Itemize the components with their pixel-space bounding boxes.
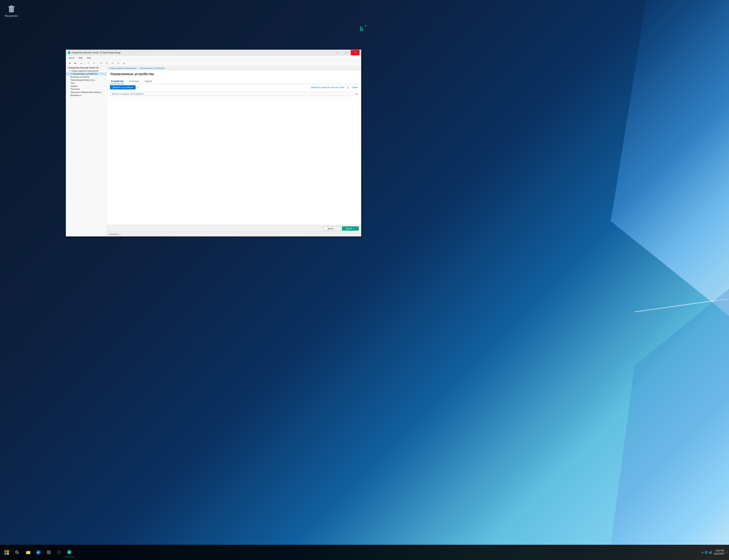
taskbar-app1[interactable] <box>44 548 54 557</box>
sidebar-item-tags[interactable]: Теги <box>66 81 107 84</box>
next-nav-button[interactable]: Далее → <box>342 226 359 231</box>
svg-rect-12 <box>4 553 6 555</box>
desktop-decoration <box>611 0 729 545</box>
sidebar-license-label: Лицензия Лаборатории Каспер... <box>71 91 103 93</box>
recycle-bin-graphic <box>6 4 16 14</box>
window-title: Kaspersky Security Center 12 (Not Respon… <box>72 51 333 54</box>
taskbar-edge[interactable]: e <box>34 548 43 557</box>
taskbar-search-button[interactable] <box>12 548 22 557</box>
app-icon: k <box>68 51 71 54</box>
clock-time: 4:25 PM <box>714 549 724 552</box>
empty-state <box>107 97 361 154</box>
stop-button[interactable]: ✕ <box>86 61 91 65</box>
report-button[interactable]: 📊 <box>121 61 127 65</box>
taskbar-clock[interactable]: 4:25 PM 4/22/2025 <box>714 549 724 555</box>
sidebar: ▼ Kaspersky Security Center 12 ▼ Сервер … <box>66 66 107 236</box>
add-device-button[interactable]: Добавить устройство <box>110 85 136 89</box>
svg-text:e: e <box>37 551 39 554</box>
search-input[interactable] <box>110 92 354 96</box>
menu-bar: Action View Help <box>66 56 361 60</box>
k-logo-text: k + <box>359 23 370 36</box>
sidebar-docs-label: Документы <box>71 94 81 96</box>
sidebar-tags-label: Теги <box>71 82 75 84</box>
back-button[interactable]: ◀ <box>67 61 72 65</box>
kaspersky-desktop-logo: k + <box>359 23 370 36</box>
back-nav-button[interactable]: Далее → <box>324 226 340 231</box>
tab-devices[interactable]: Устройства <box>110 79 125 84</box>
sidebar-item-managed-devices[interactable]: ▶ Управляемые устройства <box>66 72 107 75</box>
menu-view[interactable]: View <box>77 56 84 59</box>
sidebar-root[interactable]: ▼ Kaspersky Security Center 12 <box>66 66 107 69</box>
sidebar-item-server[interactable]: ▼ Сервер администрирования <box>66 69 107 72</box>
sidebar-selections-label: Выборки устройств <box>71 76 89 78</box>
svg-text:k: k <box>360 25 364 33</box>
content-area: ▼ Kaspersky Security Center 12 ▼ Сервер … <box>66 66 361 236</box>
taskbar-pinned-apps: e k <box>23 548 74 557</box>
speaker-icon[interactable]: 🔊 <box>709 551 712 554</box>
chevron-up-icon[interactable]: ∧ <box>702 551 703 554</box>
search-icon[interactable]: 🔍 <box>355 93 358 95</box>
taskbar: e k ∧ 🌐 <box>0 545 729 560</box>
sidebar-item-license[interactable]: Лицензия Лаборатории Каспер... <box>66 91 107 94</box>
minimize-button[interactable]: — <box>333 50 341 55</box>
exchange-link[interactable]: Обмен <box>352 86 358 89</box>
breadcrumb: Сервер администрирования → Управляемые у… <box>107 66 361 70</box>
up-button[interactable]: ▲ <box>79 61 84 65</box>
maximize-button[interactable]: □ <box>342 50 351 55</box>
sidebar-policies-label: Политики <box>71 88 80 90</box>
sidebar-item-device-selections[interactable]: Выборки устройств <box>66 75 107 78</box>
toolbar-separator-2 <box>97 61 98 65</box>
root-arrow: ▼ <box>67 67 68 69</box>
forward-button[interactable]: ▶ <box>73 61 78 65</box>
window-controls: — □ ✕ <box>333 50 360 55</box>
sidebar-item-unassigned[interactable]: Нераспределённые устр... <box>66 78 107 81</box>
system-tray-icons: ∧ 🌐 🔊 <box>702 551 712 554</box>
search-bar: 🔍 <box>107 91 361 97</box>
blue-panel-upper <box>611 0 729 316</box>
managed-arrow: ▶ <box>71 73 72 75</box>
svg-rect-2 <box>10 6 13 6</box>
blue-panel-lower <box>611 289 729 545</box>
refresh-button[interactable]: ↺ <box>91 61 97 65</box>
add-kaspersky-link[interactable]: Добавить kaspersky security center <box>311 86 345 89</box>
recycle-bin-label: Recycle Bin <box>4 14 19 18</box>
svg-rect-21 <box>47 550 51 554</box>
svg-rect-11 <box>7 550 9 552</box>
menu-help[interactable]: Help <box>85 56 93 59</box>
network-icon[interactable]: 🌐 <box>705 551 708 554</box>
svg-line-15 <box>18 553 19 554</box>
breadcrumb-managed[interactable]: Управляемые устройства <box>140 67 165 69</box>
status-bar: Устройств: 1 <box>107 232 361 236</box>
view-button[interactable]: ☰ <box>98 61 104 65</box>
recycle-bin-icon[interactable]: Recycle Bin <box>4 4 19 18</box>
svg-text:k: k <box>68 551 70 554</box>
clock-date: 4/22/2025 <box>714 552 724 555</box>
sidebar-item-docs[interactable]: Документы <box>66 94 107 97</box>
sidebar-tasks-label: Задачи <box>71 85 78 87</box>
search-toolbar-button[interactable]: 🔍 <box>110 61 115 65</box>
close-button[interactable]: ✕ <box>351 50 360 55</box>
sidebar-server-label: Сервер администрирования <box>71 70 99 72</box>
panel-header: Управляемые устройства <box>107 70 361 79</box>
sidebar-item-policies[interactable]: Политики <box>66 88 107 91</box>
status-text: Устройств: 1 <box>109 233 121 235</box>
settings-button[interactable]: ⚙ <box>116 61 121 65</box>
sidebar-managed-label: Управляемые устройства <box>72 73 97 75</box>
menu-action[interactable]: Action <box>67 56 76 59</box>
tab-policies[interactable]: Политики <box>128 79 140 84</box>
toolbar: ◀ ▶ ▲ ✕ ↺ ☰ 📋 🔍 ⚙ 📊 <box>66 60 361 66</box>
add-device-dropdown[interactable]: ▼ <box>137 86 139 89</box>
svg-rect-13 <box>7 553 9 555</box>
show-desktop-button[interactable]: □ <box>726 551 727 554</box>
breadcrumb-server[interactable]: Сервер администрирования <box>109 67 137 69</box>
taskbar-right: ∧ 🌐 🔊 4:25 PM 4/22/2025 □ <box>702 549 727 555</box>
sidebar-item-tasks[interactable]: Задачи <box>66 84 107 88</box>
taskbar-app2[interactable] <box>54 548 64 557</box>
start-button[interactable] <box>2 548 11 557</box>
taskbar-kaspersky[interactable]: k <box>65 548 74 557</box>
copy-button[interactable]: 📋 <box>104 61 109 65</box>
taskbar-explorer[interactable] <box>23 548 33 557</box>
sidebar-root-label: Kaspersky Security Center 12 <box>69 67 99 69</box>
panel-title: Управляемые устройства <box>110 72 358 76</box>
tab-tasks[interactable]: Задачи <box>144 79 153 84</box>
